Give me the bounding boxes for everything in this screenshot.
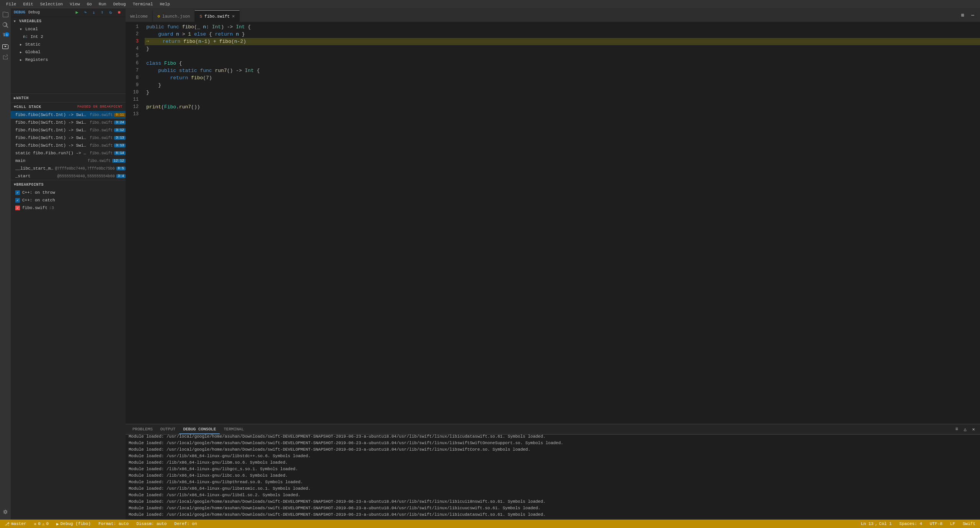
scm-icon[interactable]: 1 <box>1 31 10 41</box>
variables-global[interactable]: ▶ Global <box>11 48 126 56</box>
line-ending[interactable]: LF <box>949 521 957 526</box>
tab-fibo-swift[interactable]: S fibo.swift ✕ <box>195 10 240 22</box>
encoding[interactable]: UTF-8 <box>928 521 944 526</box>
code-token: public <box>146 23 164 31</box>
callstack-func-name: fibo.fibo(Swift.Int) -> Swift.Int <box>15 120 88 125</box>
main-layout: 1 DEBUG Debug ▶ <box>0 8 980 520</box>
language[interactable]: Swift <box>961 521 977 526</box>
code-token: ( <box>195 38 198 45</box>
breakpoints-label: BREAKPOINTS <box>16 183 44 187</box>
menu-run[interactable]: Run <box>96 1 109 7</box>
code-token: n <box>236 31 239 38</box>
git-branch-label: master <box>11 521 26 526</box>
variables-header[interactable]: ▼ VARIABLES <box>11 17 126 25</box>
explorer-icon[interactable] <box>1 10 10 19</box>
panel-tab-problems[interactable]: PROBLEMS <box>129 425 157 434</box>
breakpoint-checkbox[interactable]: ✓ <box>15 198 20 203</box>
debug-step-over-btn[interactable]: ↷ <box>82 9 89 16</box>
menu-go[interactable]: Go <box>84 1 95 7</box>
debug-step-out-btn[interactable]: ⇑ <box>99 9 106 16</box>
console-log-line: Module loaded: /lib/x86_64-linux-gnu/lib… <box>129 479 977 485</box>
extensions-icon[interactable] <box>1 53 10 62</box>
tab-fibo-close[interactable]: ✕ <box>232 13 235 19</box>
breakpoint-item[interactable]: ✓C++: on throw <box>11 189 126 196</box>
problems-count[interactable]: ✕ 0 ⚠ 0 <box>33 520 50 528</box>
callstack-header[interactable]: ▼ CALL STACK PAUSED ON BREAKPOINT <box>11 103 126 111</box>
menu-debug[interactable]: Debug <box>110 1 129 7</box>
menu-file[interactable]: File <box>3 1 19 7</box>
code-editor[interactable]: 12345678910111213 public func fibo(_ n: … <box>126 22 980 424</box>
menu-view[interactable]: View <box>67 1 83 7</box>
debug-restart-btn[interactable]: ↻ <box>107 9 114 16</box>
git-branch[interactable]: ⎇ master <box>3 520 28 528</box>
callstack-item[interactable]: static fibo.Fibo.run7() -> Swift.Intfibo… <box>11 149 126 157</box>
split-editor-icon[interactable]: ⊞ <box>959 11 967 20</box>
variables-arrow: ▼ <box>14 20 18 23</box>
debug-name: Debug <box>28 10 40 15</box>
callstack-item[interactable]: _start@55555554040,555555554b603:4 <box>11 172 126 180</box>
panel-tab-output[interactable]: OUTPUT <box>157 425 180 434</box>
panel-expand-icon[interactable]: △ <box>962 426 969 433</box>
callstack-item[interactable]: fibo.fibo(Swift.Int) -> Swift.Intfibo.sw… <box>11 134 126 142</box>
menu-bar[interactable]: File Edit Selection View Go Run Debug Te… <box>3 1 173 7</box>
debug-step-into-btn[interactable]: ⇓ <box>90 9 97 16</box>
menu-selection[interactable]: Selection <box>37 1 66 7</box>
deref-label: Deref: on <box>174 521 197 526</box>
breakpoint-line: :3 <box>49 206 54 210</box>
breakpoint-label: C++: on catch <box>22 198 55 203</box>
tab-launch-json[interactable]: ⚙ launch.json <box>153 10 195 22</box>
code-token <box>150 38 162 45</box>
callstack-label: CALL STACK <box>16 105 41 109</box>
callstack-item[interactable]: fibo.fibo(Swift.Int) -> Swift.Intfibo.sw… <box>11 142 126 149</box>
menu-help[interactable]: Help <box>157 1 173 7</box>
callstack-func-name: fibo.fibo(Swift.Int) -> Swift.Int <box>15 113 88 117</box>
activity-bar-bottom <box>1 507 10 520</box>
callstack-item[interactable]: fibo.fibo(Swift.Int) -> Swift.Intfibo.sw… <box>11 119 126 126</box>
registers-arrow: ▶ <box>20 58 24 62</box>
breakpoint-checkbox[interactable]: ✓ <box>15 206 20 210</box>
variables-registers[interactable]: ▶ Registers <box>11 56 126 64</box>
callstack-item[interactable]: fibo.fibo(Swift.Int) -> Swift.Intfibo.sw… <box>11 126 126 134</box>
spaces[interactable]: Spaces: 4 <box>898 521 923 526</box>
debug-continue-btn[interactable]: ▶ <box>74 9 80 16</box>
console-log-line: Module loaded: /usr/local/google/home/as… <box>129 446 977 453</box>
panel-filter-icon[interactable]: ≡ <box>953 426 960 433</box>
disasm-status[interactable]: Disasm: auto <box>135 520 168 528</box>
breakpoint-checkbox[interactable]: ✓ <box>15 190 20 195</box>
variables-local[interactable]: ▼ Local <box>11 25 126 33</box>
panel-close-icon[interactable]: ✕ <box>970 426 977 433</box>
errors-count: 0 <box>38 521 41 526</box>
breakpoint-item[interactable]: ✓C++: on catch <box>11 196 126 204</box>
debug-stop-btn[interactable]: ■ <box>116 9 122 16</box>
menu-terminal[interactable]: Terminal <box>130 1 156 7</box>
code-line <box>145 52 980 60</box>
panel-tab-debug-console[interactable]: DEBUG CONSOLE <box>179 425 220 434</box>
debug-activity-icon[interactable] <box>1 42 10 51</box>
panel-tab-terminal[interactable]: TERMINAL <box>220 425 248 434</box>
line-number: 7 <box>126 67 145 74</box>
callstack-item[interactable]: mainfibo.swift12:12 <box>11 157 126 165</box>
variables-n[interactable]: n : Int 2 <box>11 33 126 41</box>
callstack-item[interactable]: fibo.fibo(Swift.Int) -> Swift.Intfibo.sw… <box>11 111 126 119</box>
local-arrow: ▼ <box>20 28 24 31</box>
deref-status[interactable]: Deref: on <box>173 520 198 528</box>
line-col[interactable]: Ln 13 , Col 1 <box>859 521 893 526</box>
tab-welcome[interactable]: Welcome <box>126 10 153 22</box>
code-token: fibo <box>219 38 231 45</box>
search-icon[interactable] <box>1 21 10 30</box>
variables-static[interactable]: ▶ Static <box>11 41 126 48</box>
settings-icon[interactable] <box>1 507 10 517</box>
debug-status[interactable]: ▶ Debug (fibo) <box>55 520 92 528</box>
code-token: 7 <box>206 74 209 82</box>
watch-header[interactable]: ▶ WATCH <box>11 94 126 102</box>
editor-layout-icon[interactable]: ⋯ <box>969 11 977 20</box>
variables-section: ▼ VARIABLES ▼ Local n : Int 2 ▶ Static ▶… <box>11 17 126 93</box>
menu-edit[interactable]: Edit <box>20 1 36 7</box>
code-lines[interactable]: public func fibo(_ n: Int) -> Int { guar… <box>145 22 980 424</box>
callstack-file-name: fibo.swift <box>90 136 113 140</box>
breakpoints-header[interactable]: ▼ BREAKPOINTS <box>11 180 126 189</box>
line-number: 13 <box>126 111 145 118</box>
callstack-item[interactable]: __libc_start_main@7fffe0bc7440,7fffe0bc7… <box>11 165 126 172</box>
format-status[interactable]: Format: auto <box>97 520 130 528</box>
breakpoint-item[interactable]: ✓fibo.swift:3 <box>11 204 126 212</box>
